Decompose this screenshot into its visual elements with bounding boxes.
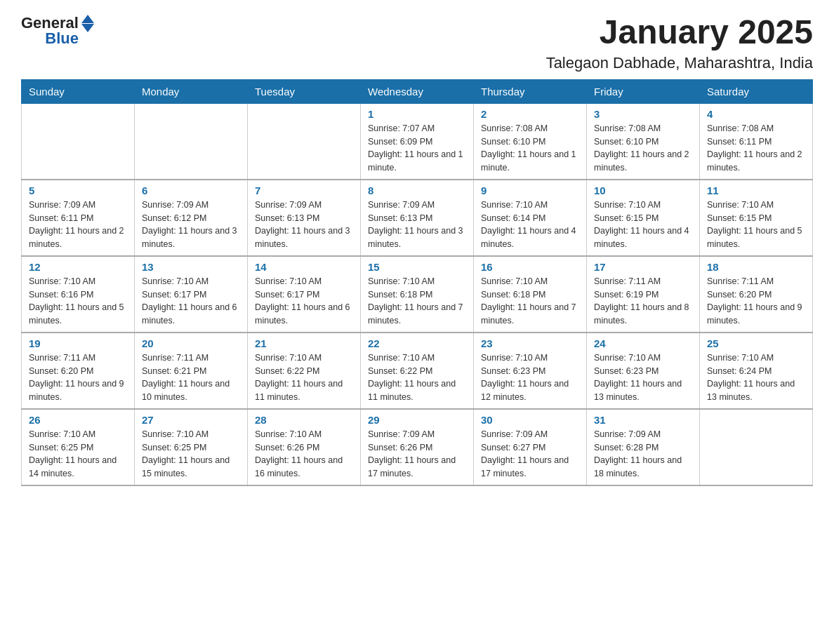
- calendar-cell: 3Sunrise: 7:08 AM Sunset: 6:10 PM Daylig…: [587, 103, 700, 180]
- calendar-cell: 16Sunrise: 7:10 AM Sunset: 6:18 PM Dayli…: [474, 256, 587, 333]
- calendar-cell: 1Sunrise: 7:07 AM Sunset: 6:09 PM Daylig…: [361, 103, 474, 180]
- calendar-cell: 5Sunrise: 7:09 AM Sunset: 6:11 PM Daylig…: [22, 180, 135, 256]
- calendar-cell: 14Sunrise: 7:10 AM Sunset: 6:17 PM Dayli…: [248, 256, 361, 333]
- day-header-sunday: Sunday: [22, 79, 135, 103]
- day-info: Sunrise: 7:10 AM Sunset: 6:18 PM Dayligh…: [368, 275, 466, 328]
- day-header-wednesday: Wednesday: [361, 79, 474, 103]
- day-number: 17: [594, 261, 692, 273]
- calendar-cell: 12Sunrise: 7:10 AM Sunset: 6:16 PM Dayli…: [22, 256, 135, 333]
- day-number: 7: [255, 185, 353, 196]
- day-info: Sunrise: 7:10 AM Sunset: 6:25 PM Dayligh…: [29, 428, 127, 481]
- calendar-cell: [248, 103, 361, 180]
- day-number: 29: [368, 414, 466, 426]
- day-number: 19: [29, 337, 127, 349]
- day-number: 9: [481, 185, 579, 196]
- calendar-cell: 25Sunrise: 7:10 AM Sunset: 6:24 PM Dayli…: [700, 333, 813, 409]
- calendar-cell: 26Sunrise: 7:10 AM Sunset: 6:25 PM Dayli…: [22, 409, 135, 485]
- day-number: 8: [368, 185, 466, 196]
- calendar-cell: [135, 103, 248, 180]
- day-info: Sunrise: 7:10 AM Sunset: 6:14 PM Dayligh…: [481, 199, 579, 251]
- calendar-cell: 29Sunrise: 7:09 AM Sunset: 6:26 PM Dayli…: [361, 409, 474, 485]
- calendar-cell: 22Sunrise: 7:10 AM Sunset: 6:22 PM Dayli…: [361, 333, 474, 409]
- calendar-cell: 20Sunrise: 7:11 AM Sunset: 6:21 PM Dayli…: [135, 333, 248, 409]
- day-header-friday: Friday: [587, 79, 700, 103]
- day-number: 31: [594, 414, 692, 426]
- day-number: 6: [142, 185, 240, 196]
- day-number: 14: [255, 261, 353, 273]
- calendar-cell: 10Sunrise: 7:10 AM Sunset: 6:15 PM Dayli…: [587, 180, 700, 256]
- calendar-table: SundayMondayTuesdayWednesdayThursdayFrid…: [21, 79, 813, 486]
- calendar-cell: 8Sunrise: 7:09 AM Sunset: 6:13 PM Daylig…: [361, 180, 474, 256]
- page-header: General Blue January 2025 Talegaon Dabha…: [21, 14, 813, 72]
- day-info: Sunrise: 7:09 AM Sunset: 6:26 PM Dayligh…: [368, 428, 466, 481]
- day-info: Sunrise: 7:10 AM Sunset: 6:15 PM Dayligh…: [707, 199, 805, 251]
- calendar-cell: 21Sunrise: 7:10 AM Sunset: 6:22 PM Dayli…: [248, 333, 361, 409]
- day-info: Sunrise: 7:10 AM Sunset: 6:18 PM Dayligh…: [481, 275, 579, 328]
- day-number: 1: [368, 108, 466, 120]
- calendar-cell: [700, 409, 813, 485]
- calendar-cell: 30Sunrise: 7:09 AM Sunset: 6:27 PM Dayli…: [474, 409, 587, 485]
- calendar-week-3: 12Sunrise: 7:10 AM Sunset: 6:16 PM Dayli…: [22, 256, 813, 333]
- day-info: Sunrise: 7:10 AM Sunset: 6:22 PM Dayligh…: [255, 351, 353, 404]
- calendar-week-5: 26Sunrise: 7:10 AM Sunset: 6:25 PM Dayli…: [22, 409, 813, 485]
- calendar-cell: 7Sunrise: 7:09 AM Sunset: 6:13 PM Daylig…: [248, 180, 361, 256]
- day-info: Sunrise: 7:10 AM Sunset: 6:22 PM Dayligh…: [368, 351, 466, 404]
- day-info: Sunrise: 7:10 AM Sunset: 6:24 PM Dayligh…: [707, 351, 805, 404]
- day-number: 30: [481, 414, 579, 426]
- calendar-cell: 15Sunrise: 7:10 AM Sunset: 6:18 PM Dayli…: [361, 256, 474, 333]
- calendar-cell: 17Sunrise: 7:11 AM Sunset: 6:19 PM Dayli…: [587, 256, 700, 333]
- calendar-cell: 9Sunrise: 7:10 AM Sunset: 6:14 PM Daylig…: [474, 180, 587, 256]
- calendar-cell: 31Sunrise: 7:09 AM Sunset: 6:28 PM Dayli…: [587, 409, 700, 485]
- day-header-thursday: Thursday: [474, 79, 587, 103]
- day-info: Sunrise: 7:11 AM Sunset: 6:20 PM Dayligh…: [29, 351, 127, 404]
- day-number: 18: [707, 261, 805, 273]
- day-number: 12: [29, 261, 127, 273]
- day-number: 15: [368, 261, 466, 273]
- page-title: January 2025: [546, 14, 813, 51]
- day-number: 4: [707, 108, 805, 120]
- calendar-cell: 27Sunrise: 7:10 AM Sunset: 6:25 PM Dayli…: [135, 409, 248, 485]
- day-number: 16: [481, 261, 579, 273]
- calendar-header-row: SundayMondayTuesdayWednesdayThursdayFrid…: [22, 79, 813, 103]
- day-number: 3: [594, 108, 692, 120]
- day-number: 10: [594, 185, 692, 196]
- day-info: Sunrise: 7:08 AM Sunset: 6:11 PM Dayligh…: [707, 122, 805, 175]
- calendar-week-1: 1Sunrise: 7:07 AM Sunset: 6:09 PM Daylig…: [22, 103, 813, 180]
- calendar-cell: 6Sunrise: 7:09 AM Sunset: 6:12 PM Daylig…: [135, 180, 248, 256]
- day-number: 22: [368, 337, 466, 349]
- day-number: 27: [142, 414, 240, 426]
- day-header-monday: Monday: [135, 79, 248, 103]
- day-info: Sunrise: 7:10 AM Sunset: 6:23 PM Dayligh…: [594, 351, 692, 404]
- day-number: 21: [255, 337, 353, 349]
- calendar-cell: 13Sunrise: 7:10 AM Sunset: 6:17 PM Dayli…: [135, 256, 248, 333]
- title-block: January 2025 Talegaon Dabhade, Maharasht…: [546, 14, 813, 72]
- day-header-tuesday: Tuesday: [248, 79, 361, 103]
- calendar-week-2: 5Sunrise: 7:09 AM Sunset: 6:11 PM Daylig…: [22, 180, 813, 256]
- day-info: Sunrise: 7:10 AM Sunset: 6:15 PM Dayligh…: [594, 199, 692, 251]
- calendar-cell: 11Sunrise: 7:10 AM Sunset: 6:15 PM Dayli…: [700, 180, 813, 256]
- day-info: Sunrise: 7:09 AM Sunset: 6:13 PM Dayligh…: [368, 199, 466, 251]
- calendar-cell: 2Sunrise: 7:08 AM Sunset: 6:10 PM Daylig…: [474, 103, 587, 180]
- calendar-body: 1Sunrise: 7:07 AM Sunset: 6:09 PM Daylig…: [22, 103, 813, 485]
- day-info: Sunrise: 7:10 AM Sunset: 6:25 PM Dayligh…: [142, 428, 240, 481]
- day-info: Sunrise: 7:09 AM Sunset: 6:27 PM Dayligh…: [481, 428, 579, 481]
- day-number: 13: [142, 261, 240, 273]
- day-number: 2: [481, 108, 579, 120]
- logo-blue-text: Blue: [45, 29, 79, 48]
- calendar-cell: 23Sunrise: 7:10 AM Sunset: 6:23 PM Dayli…: [474, 333, 587, 409]
- day-header-saturday: Saturday: [700, 79, 813, 103]
- calendar-cell: [22, 103, 135, 180]
- day-info: Sunrise: 7:10 AM Sunset: 6:17 PM Dayligh…: [142, 275, 240, 328]
- page-subtitle: Talegaon Dabhade, Maharashtra, India: [546, 54, 813, 72]
- calendar-cell: 24Sunrise: 7:10 AM Sunset: 6:23 PM Dayli…: [587, 333, 700, 409]
- calendar-cell: 18Sunrise: 7:11 AM Sunset: 6:20 PM Dayli…: [700, 256, 813, 333]
- day-info: Sunrise: 7:09 AM Sunset: 6:12 PM Dayligh…: [142, 199, 240, 251]
- day-number: 24: [594, 337, 692, 349]
- day-info: Sunrise: 7:09 AM Sunset: 6:13 PM Dayligh…: [255, 199, 353, 251]
- day-number: 23: [481, 337, 579, 349]
- day-info: Sunrise: 7:09 AM Sunset: 6:11 PM Dayligh…: [29, 199, 127, 251]
- day-number: 5: [29, 185, 127, 196]
- day-number: 20: [142, 337, 240, 349]
- day-info: Sunrise: 7:08 AM Sunset: 6:10 PM Dayligh…: [594, 122, 692, 175]
- calendar-cell: 28Sunrise: 7:10 AM Sunset: 6:26 PM Dayli…: [248, 409, 361, 485]
